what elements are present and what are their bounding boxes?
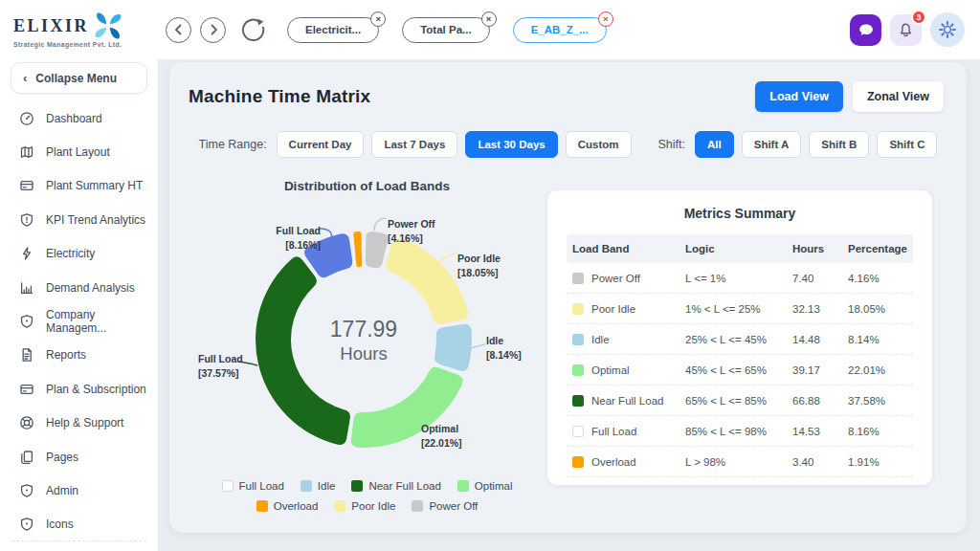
legend-item-optimal[interactable]: Optimal xyxy=(457,480,513,492)
shift-all[interactable]: All xyxy=(695,131,734,158)
sidebar-item-label: Reports xyxy=(46,348,86,362)
zonal-view-button[interactable]: Zonal View xyxy=(853,81,944,112)
callout-idle: Idle[8.14%] xyxy=(486,334,522,363)
cell-percentage: 18.05% xyxy=(848,303,907,315)
sidebar-item-label: Pages xyxy=(46,451,78,464)
cell-hours: 3.40 xyxy=(792,456,848,468)
sidebar-item-label: Company Managem... xyxy=(46,308,158,335)
legend-item-full-load[interactable]: Full Load xyxy=(222,480,284,492)
legend-item-near-full-load[interactable]: Near Full Load xyxy=(351,480,440,492)
callout-full_load: Full Load[8.16%] xyxy=(240,224,321,253)
donut-segment-overload[interactable] xyxy=(353,231,362,267)
sidebar-item-label: Icons xyxy=(46,518,74,531)
close-icon[interactable]: × xyxy=(598,11,613,27)
top-bar: ELIXIR Strategic Management Pvt. Ltd. xyxy=(0,0,980,59)
shift-label: Shift: xyxy=(658,138,686,151)
metrics-row-idle: Idle25% < L <= 45%14.488.14% xyxy=(567,324,913,355)
band-name: Optimal xyxy=(591,364,630,376)
time-range-last-7-days[interactable]: Last 7 Days xyxy=(371,131,457,158)
sidebar-item-plant-summary-ht[interactable]: Plant Summary HT xyxy=(0,169,158,203)
cell-hours: 7.40 xyxy=(792,273,848,284)
tab-label: E_AB_Z_... xyxy=(531,24,589,35)
cell-hours: 14.53 xyxy=(792,426,848,437)
sidebar-item-help-support[interactable]: Help & Support xyxy=(0,407,158,440)
collapse-menu-button[interactable]: ‹ Collapse Menu xyxy=(11,62,147,94)
metrics-row-near-full-load: Near Full Load65% < L <= 85%66.8837.58% xyxy=(567,386,913,416)
plant-layout-icon xyxy=(19,144,34,160)
sidebar-nav: DashboardPlant LayoutPlant Summary HTKPI… xyxy=(0,101,158,541)
time-range-label: Time Range: xyxy=(199,138,267,151)
time-range-custom[interactable]: Custom xyxy=(566,131,632,158)
chat-button[interactable] xyxy=(850,14,881,46)
sidebar-item-electricity[interactable]: Electricity xyxy=(0,237,158,271)
band-name: Power Off xyxy=(591,273,640,284)
sidebar-item-reports[interactable]: Reports xyxy=(0,339,158,372)
band-name: Poor Idle xyxy=(591,303,635,315)
callout-power_off: Power Off[4.16%] xyxy=(388,217,435,246)
sidebar-item-plant-layout[interactable]: Plant Layout xyxy=(0,135,158,168)
metrics-table-header: Load BandLogicHoursPercentage xyxy=(567,234,913,263)
icons-icon xyxy=(19,517,34,532)
shift-shift-b[interactable]: Shift B xyxy=(809,131,869,158)
time-range-current-day[interactable]: Current Day xyxy=(277,131,365,158)
tab-3[interactable]: E_AB_Z_...× xyxy=(513,17,607,43)
cell-hours: 66.88 xyxy=(792,395,848,407)
load-view-button[interactable]: Load View xyxy=(755,81,843,112)
callout-value: [8.16%] xyxy=(240,238,321,253)
close-icon[interactable]: × xyxy=(370,11,386,27)
shift-shift-c[interactable]: Shift C xyxy=(877,131,937,158)
legend-swatch xyxy=(334,500,345,512)
sidebar-item-kpi-trend-analytics[interactable]: KPI Trend Analytics xyxy=(0,203,158,236)
tab-2[interactable]: Total Pa...× xyxy=(402,17,489,43)
callout-label: Idle xyxy=(486,334,522,348)
sidebar: ‹ Collapse Menu DashboardPlant LayoutPla… xyxy=(0,59,158,551)
legend-item-poor-idle[interactable]: Poor Idle xyxy=(334,500,395,512)
band-swatch xyxy=(572,303,584,315)
kpi-trend-icon xyxy=(19,212,34,228)
shift-shift-a[interactable]: Shift A xyxy=(742,131,802,158)
nav-forward-button[interactable] xyxy=(200,17,226,43)
filter-row: Time Range: Current DayLast 7 DaysLast 3… xyxy=(169,131,967,158)
sidebar-item-icons[interactable]: Icons xyxy=(0,508,158,541)
legend-swatch xyxy=(351,480,363,492)
legend-swatch xyxy=(256,500,268,512)
callout-value: [22.01%] xyxy=(421,436,462,451)
total-hours-value: 177.99 xyxy=(287,317,440,342)
legend-swatch xyxy=(412,500,423,512)
sidebar-item-demand-analysis[interactable]: Demand Analysis xyxy=(0,271,158,304)
chevron-left-icon xyxy=(173,24,185,35)
sidebar-item-company-managem[interactable]: Company Managem... xyxy=(0,304,158,338)
donut-segment-power_off[interactable] xyxy=(366,231,389,268)
notifications-button[interactable]: 3 xyxy=(890,14,922,46)
reports-icon xyxy=(19,347,34,363)
legend-item-power-off[interactable]: Power Off xyxy=(412,500,478,512)
sidebar-item-plan-subscription[interactable]: Plan & Subscription xyxy=(0,372,158,406)
close-icon[interactable]: × xyxy=(481,11,497,27)
page-title: Machine Time Matrix xyxy=(189,86,370,107)
main-area: Machine Time Matrix Load ViewZonal View … xyxy=(158,59,980,551)
callout-value: [4.16%] xyxy=(388,231,435,246)
band-swatch xyxy=(572,395,584,407)
cell-logic: 45% < L <= 65% xyxy=(685,364,792,376)
brand-logo: ELIXIR Strategic Management Pvt. Ltd. xyxy=(0,11,158,48)
legend-label: Idle xyxy=(318,480,336,492)
cell-percentage: 8.14% xyxy=(848,334,907,345)
open-tabs: Electricit...×Total Pa...×E_AB_Z_...× xyxy=(287,17,607,43)
nav-back-button[interactable] xyxy=(166,17,191,43)
donut-segment-poor_idle[interactable] xyxy=(386,237,468,323)
tab-1[interactable]: Electricit...× xyxy=(287,17,379,43)
sidebar-item-dashboard[interactable]: Dashboard xyxy=(0,101,158,135)
sidebar-item-admin[interactable]: Admin xyxy=(0,474,158,507)
sidebar-item-pages[interactable]: Pages xyxy=(0,440,158,474)
callout-value: [37.57%] xyxy=(198,366,243,381)
metrics-row-full-load: Full Load85% < L <= 98%14.538.16% xyxy=(567,416,913,447)
time-range-last-30-days[interactable]: Last 30 Days xyxy=(465,131,557,158)
callout-near_full_load: Full Load[37.57%] xyxy=(198,352,243,381)
legend-item-idle[interactable]: Idle xyxy=(301,480,336,492)
settings-button[interactable] xyxy=(930,12,965,47)
metrics-title: Metrics Summary xyxy=(567,206,913,221)
refresh-button[interactable] xyxy=(240,17,266,43)
cell-logic: 25% < L <= 45% xyxy=(685,334,792,345)
column-header-percentage: Percentage xyxy=(848,243,907,254)
legend-item-overload[interactable]: Overload xyxy=(256,500,319,512)
